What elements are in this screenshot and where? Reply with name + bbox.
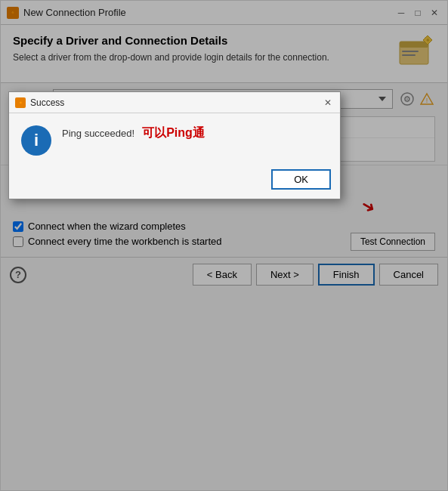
ok-button[interactable]: OK <box>271 169 331 190</box>
dialog-icon: 🔸 <box>15 97 26 108</box>
dialog-overlay: 🔸 Success ✕ i Ping succeeded! 可以Ping通 OK <box>1 1 447 490</box>
info-icon: i <box>21 125 51 156</box>
dialog-close-button[interactable]: ✕ <box>322 97 334 109</box>
main-window: 🔸 New Connection Profile ─ □ ✕ Specify a… <box>0 0 448 491</box>
success-dialog: 🔸 Success ✕ i Ping succeeded! 可以Ping通 OK <box>8 91 341 199</box>
dialog-title: Success <box>30 97 317 108</box>
dialog-footer: OK <box>9 165 340 199</box>
chinese-ping-text: 可以Ping通 <box>142 125 205 141</box>
dialog-body: i Ping succeeded! 可以Ping通 <box>9 113 340 165</box>
dialog-title-bar: 🔸 Success ✕ <box>9 92 340 113</box>
dialog-message: Ping succeeded! 可以Ping通 <box>62 125 205 141</box>
ping-succeeded-text: Ping succeeded! <box>62 128 134 139</box>
